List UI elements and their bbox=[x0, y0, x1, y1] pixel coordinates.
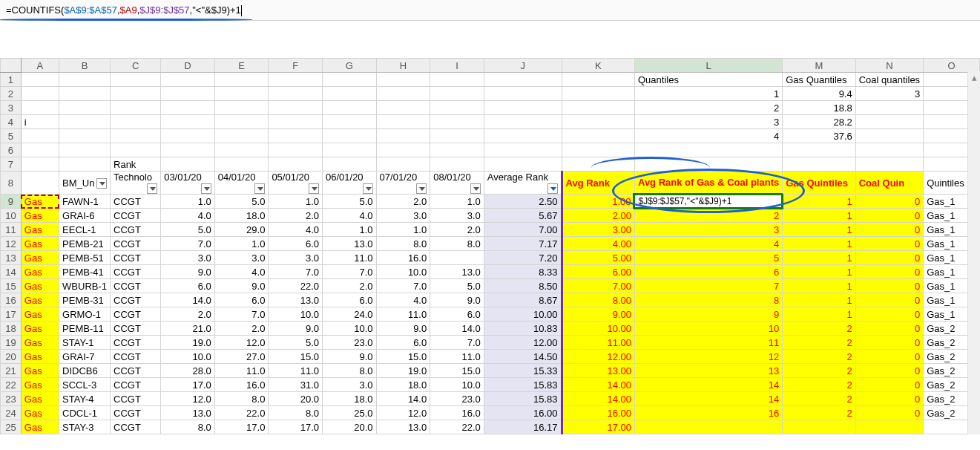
cell-L8[interactable]: Avg Rank of Gas & Coal plants bbox=[634, 172, 782, 195]
cell-J9[interactable]: 2.50 bbox=[484, 195, 562, 209]
cell-M20[interactable]: 2 bbox=[783, 350, 856, 364]
cell-I17[interactable]: 6.0 bbox=[430, 307, 484, 322]
cell-L2[interactable]: 1 bbox=[634, 87, 782, 101]
cell-A11[interactable]: Gas bbox=[21, 223, 59, 237]
cell-J19[interactable]: 12.00 bbox=[484, 336, 562, 350]
select-all-corner[interactable] bbox=[1, 59, 22, 73]
cell-N19[interactable]: 0 bbox=[855, 336, 923, 350]
cell-J5[interactable] bbox=[484, 129, 562, 143]
cell-A3[interactable] bbox=[21, 101, 59, 115]
cell-L14[interactable]: 6 bbox=[634, 265, 782, 279]
cell-K24[interactable]: 16.00 bbox=[562, 406, 634, 420]
cell-H13[interactable]: 16.0 bbox=[376, 251, 430, 265]
cell-E13[interactable]: 3.0 bbox=[214, 251, 269, 265]
cell-F12[interactable]: 6.0 bbox=[269, 237, 323, 251]
cell-I20[interactable]: 11.0 bbox=[430, 350, 484, 364]
cell-E7[interactable] bbox=[214, 157, 269, 172]
cell-I5[interactable] bbox=[430, 129, 484, 143]
cell-D15[interactable]: 6.0 bbox=[161, 279, 215, 293]
filter-button-I[interactable] bbox=[470, 183, 481, 194]
cell-A8[interactable] bbox=[21, 172, 59, 195]
cell-C3[interactable] bbox=[111, 101, 161, 115]
cell-I18[interactable]: 14.0 bbox=[430, 322, 484, 336]
cell-M25[interactable] bbox=[783, 420, 856, 434]
cell-A4[interactable]: i bbox=[21, 115, 59, 129]
cell-G24[interactable]: 25.0 bbox=[322, 406, 376, 420]
cell-A6[interactable] bbox=[21, 143, 59, 157]
cell-B24[interactable]: CDCL-1 bbox=[59, 406, 111, 420]
row-header-12[interactable]: 12 bbox=[1, 237, 22, 251]
cell-C24[interactable]: CCGT bbox=[111, 406, 161, 420]
cell-D2[interactable] bbox=[161, 87, 215, 101]
cell-K7[interactable] bbox=[562, 157, 634, 172]
cell-F6[interactable] bbox=[269, 143, 323, 157]
filter-button-F[interactable] bbox=[309, 183, 319, 194]
cell-K6[interactable] bbox=[562, 143, 634, 157]
cell-M7[interactable] bbox=[783, 157, 856, 172]
cell-A1[interactable] bbox=[21, 73, 59, 87]
cell-C2[interactable] bbox=[111, 87, 161, 101]
cell-N14[interactable]: 0 bbox=[855, 265, 923, 279]
cell-G18[interactable]: 10.0 bbox=[322, 322, 376, 336]
cell-M11[interactable]: 1 bbox=[783, 223, 856, 237]
column-header-K[interactable]: K bbox=[562, 59, 634, 73]
cell-C5[interactable] bbox=[111, 129, 161, 143]
row-header-19[interactable]: 19 bbox=[1, 336, 22, 350]
cell-B22[interactable]: SCCL-3 bbox=[59, 378, 111, 392]
cell-N12[interactable]: 0 bbox=[855, 237, 923, 251]
cell-J12[interactable]: 7.17 bbox=[484, 237, 562, 251]
cell-A25[interactable]: Gas bbox=[21, 420, 59, 434]
cell-N13[interactable]: 0 bbox=[855, 251, 923, 265]
cell-A19[interactable]: Gas bbox=[21, 336, 59, 350]
cell-C20[interactable]: CCGT bbox=[111, 350, 161, 364]
cell-F11[interactable]: 4.0 bbox=[269, 223, 323, 237]
cell-H20[interactable]: 15.0 bbox=[376, 350, 430, 364]
cell-D8[interactable]: 03/01/20 bbox=[161, 172, 215, 195]
cell-H3[interactable] bbox=[376, 101, 430, 115]
cell-M19[interactable]: 2 bbox=[783, 336, 856, 350]
cell-A7[interactable] bbox=[21, 157, 59, 172]
row-header-24[interactable]: 24 bbox=[1, 406, 22, 420]
cell-N8[interactable]: Coal Quin bbox=[855, 172, 923, 195]
cell-E18[interactable]: 2.0 bbox=[214, 322, 269, 336]
cell-A22[interactable]: Gas bbox=[21, 378, 59, 392]
cell-L23[interactable]: 14 bbox=[634, 392, 782, 406]
cell-J11[interactable]: 7.00 bbox=[484, 223, 562, 237]
cell-K2[interactable] bbox=[562, 87, 634, 101]
column-header-M[interactable]: M bbox=[783, 59, 856, 73]
cell-B9[interactable]: FAWN-1 bbox=[59, 195, 111, 209]
cell-D24[interactable]: 13.0 bbox=[161, 406, 215, 420]
cell-F2[interactable] bbox=[269, 87, 323, 101]
column-header-C[interactable]: C bbox=[111, 59, 161, 73]
cell-H22[interactable]: 18.0 bbox=[376, 378, 430, 392]
cell-L24[interactable]: 16 bbox=[634, 406, 782, 420]
column-header-H[interactable]: H bbox=[376, 59, 430, 73]
row-header-4[interactable]: 4 bbox=[1, 115, 22, 129]
cell-J3[interactable] bbox=[484, 101, 562, 115]
cell-A13[interactable]: Gas bbox=[21, 251, 59, 265]
cell-N5[interactable] bbox=[855, 129, 923, 143]
cell-K10[interactable]: 2.00 bbox=[562, 209, 634, 223]
cell-J6[interactable] bbox=[484, 143, 562, 157]
cell-I7[interactable] bbox=[430, 157, 484, 172]
row-header-13[interactable]: 13 bbox=[1, 251, 22, 265]
cell-G9[interactable]: 5.0 bbox=[322, 195, 376, 209]
cell-A20[interactable]: Gas bbox=[21, 350, 59, 364]
cell-D1[interactable] bbox=[161, 73, 215, 87]
cell-F9[interactable]: 1.0 bbox=[269, 195, 323, 209]
cell-G21[interactable]: 8.0 bbox=[322, 364, 376, 378]
cell-B2[interactable] bbox=[59, 87, 111, 101]
cell-A2[interactable] bbox=[21, 87, 59, 101]
row-header-22[interactable]: 22 bbox=[1, 378, 22, 392]
cell-H7[interactable] bbox=[376, 157, 430, 172]
column-header-E[interactable]: E bbox=[214, 59, 269, 73]
cell-C7[interactable]: Rank bbox=[111, 157, 161, 172]
row-header-3[interactable]: 3 bbox=[1, 101, 22, 115]
cell-H4[interactable] bbox=[376, 115, 430, 129]
cell-D3[interactable] bbox=[161, 101, 215, 115]
cell-L7[interactable] bbox=[634, 157, 782, 172]
cell-H11[interactable]: 1.0 bbox=[376, 223, 430, 237]
cell-E6[interactable] bbox=[214, 143, 269, 157]
cell-D17[interactable]: 2.0 bbox=[161, 307, 215, 322]
cell-B25[interactable]: STAY-3 bbox=[59, 420, 111, 434]
